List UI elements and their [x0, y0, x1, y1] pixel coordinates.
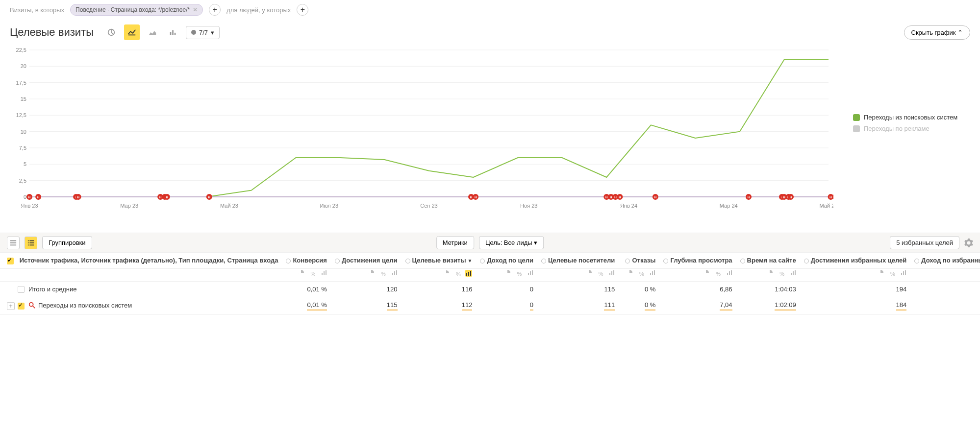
table-header-metric[interactable]: Достижения цели — [331, 253, 402, 268]
radio-icon[interactable] — [914, 259, 919, 263]
chart-type-line-icon[interactable] — [124, 24, 140, 40]
svg-rect-84 — [28, 240, 29, 241]
svg-text:н: н — [619, 195, 621, 199]
radio-icon[interactable] — [740, 259, 745, 263]
metrics-button[interactable]: Метрики — [436, 236, 474, 249]
cell-value: 194 — [800, 281, 911, 297]
expand-button[interactable]: + — [7, 302, 15, 310]
table-row: +Переходы из поисковых систем0,01 %11511… — [0, 297, 980, 315]
radio-icon[interactable] — [335, 259, 340, 263]
table-header-metric[interactable]: Достижения избранных целей — [800, 253, 911, 268]
table-header-metric[interactable]: Отказы — [619, 253, 659, 268]
bars-icon[interactable] — [608, 270, 615, 277]
svg-text:5: 5 — [24, 161, 26, 167]
table-row: Итого и средние0,01 %12011601150 %6,861:… — [0, 281, 980, 297]
chevron-down-icon: ▾ — [534, 239, 537, 246]
radio-icon[interactable] — [541, 259, 546, 263]
chart-type-area-icon[interactable] — [145, 24, 160, 40]
legend-item-search[interactable]: Переходы из поисковых систем — [853, 114, 957, 121]
dot-icon — [191, 30, 196, 35]
cell-value: 115 — [537, 281, 619, 297]
radio-icon[interactable] — [286, 259, 291, 263]
svg-text:2,5: 2,5 — [19, 178, 26, 184]
table-header-metric[interactable]: Глубина просмотра — [659, 253, 736, 268]
svg-rect-97 — [470, 271, 471, 276]
bars-icon[interactable] — [320, 270, 327, 277]
pie-icon[interactable] — [585, 270, 592, 277]
gear-icon[interactable] — [964, 238, 973, 247]
bars-icon[interactable] — [789, 270, 796, 277]
svg-text:Янв 23: Янв 23 — [21, 203, 38, 209]
svg-rect-94 — [396, 270, 397, 275]
table-header-metric[interactable]: Доход по цели — [476, 253, 537, 268]
svg-rect-93 — [394, 271, 395, 275]
percent-icon[interactable]: % — [308, 271, 315, 278]
percent-icon[interactable]: % — [515, 271, 522, 278]
table-header-metric[interactable]: Целевые визиты▼ — [402, 253, 477, 268]
svg-text:н: н — [166, 195, 168, 199]
svg-rect-91 — [326, 270, 327, 275]
view-flat-button[interactable] — [7, 237, 20, 249]
table-header-metric[interactable]: Целевые посетители — [537, 253, 619, 268]
radio-icon[interactable] — [480, 259, 485, 263]
percent-icon[interactable]: % — [637, 271, 644, 278]
table-header-metric[interactable]: Конверсия — [282, 253, 331, 268]
radio-icon[interactable] — [625, 259, 630, 263]
view-tree-button[interactable] — [25, 237, 37, 249]
main-chart[interactable]: 02,557,51012,51517,52022,5Янв 23Мар 23Ма… — [10, 45, 833, 212]
pie-icon[interactable] — [766, 270, 773, 277]
bars-icon[interactable] — [527, 270, 533, 277]
bars-icon[interactable] — [649, 270, 655, 277]
bars-icon[interactable] — [900, 270, 906, 277]
svg-rect-114 — [903, 271, 904, 275]
pie-icon[interactable] — [702, 270, 709, 277]
goal-selector[interactable]: Цель: Все лиды ▾ — [479, 236, 544, 249]
filter-chip-behavior[interactable]: Поведение · Страница входа: */poleznoe/*… — [70, 4, 203, 16]
svg-text:н: н — [829, 195, 832, 199]
bars-icon[interactable] — [465, 270, 472, 277]
legend-item-ads[interactable]: Переходы по рекламе — [853, 125, 957, 132]
svg-rect-98 — [528, 273, 529, 275]
pie-icon[interactable] — [503, 270, 510, 277]
svg-rect-104 — [650, 273, 651, 275]
chart-type-pie-icon[interactable] — [103, 24, 119, 40]
pie-icon[interactable] — [626, 270, 632, 277]
row-checkbox[interactable] — [18, 303, 25, 310]
percent-icon[interactable]: % — [888, 271, 895, 278]
favorite-goals-button[interactable]: 5 избранных целей — [890, 236, 959, 249]
add-people-filter-button[interactable]: + — [297, 4, 308, 16]
chart-type-bar-icon[interactable] — [165, 24, 181, 40]
pie-icon[interactable] — [367, 270, 374, 277]
svg-rect-107 — [727, 273, 728, 275]
svg-rect-110 — [791, 273, 792, 275]
pie-icon[interactable] — [877, 270, 883, 277]
row-checkbox[interactable] — [18, 286, 25, 293]
svg-text:н: н — [28, 195, 31, 199]
legend-label: Переходы по рекламе — [864, 125, 930, 132]
hide-chart-button[interactable]: Скрыть график ⌃ — [904, 25, 970, 40]
radio-icon[interactable] — [405, 259, 410, 263]
pie-icon[interactable] — [442, 270, 449, 277]
percent-icon[interactable]: % — [454, 271, 461, 278]
bars-icon[interactable] — [391, 270, 398, 277]
select-all-checkbox[interactable] — [7, 258, 14, 264]
svg-rect-95 — [466, 273, 467, 276]
percent-icon[interactable]: % — [778, 271, 784, 278]
radio-icon[interactable] — [663, 259, 668, 263]
radio-icon[interactable] — [804, 259, 809, 263]
percent-icon[interactable]: % — [714, 271, 721, 278]
filter-prefix-label: Визиты, в которых — [10, 6, 64, 14]
pie-icon[interactable] — [297, 270, 304, 277]
close-icon[interactable]: ✕ — [193, 6, 198, 13]
table-header-metric[interactable]: Доход по избранным целям — [910, 253, 980, 268]
percent-icon[interactable]: % — [379, 271, 386, 278]
percent-icon[interactable]: % — [597, 271, 603, 278]
add-visit-filter-button[interactable]: + — [209, 4, 221, 16]
svg-rect-88 — [28, 244, 29, 245]
table-header-metric[interactable]: Время на сайте — [736, 253, 800, 268]
bars-icon[interactable] — [726, 270, 732, 277]
series-count-selector[interactable]: 7/7 ▾ — [186, 26, 220, 39]
groupings-button[interactable]: Группировки — [42, 236, 92, 249]
svg-rect-82 — [10, 244, 16, 245]
svg-rect-96 — [468, 272, 469, 276]
